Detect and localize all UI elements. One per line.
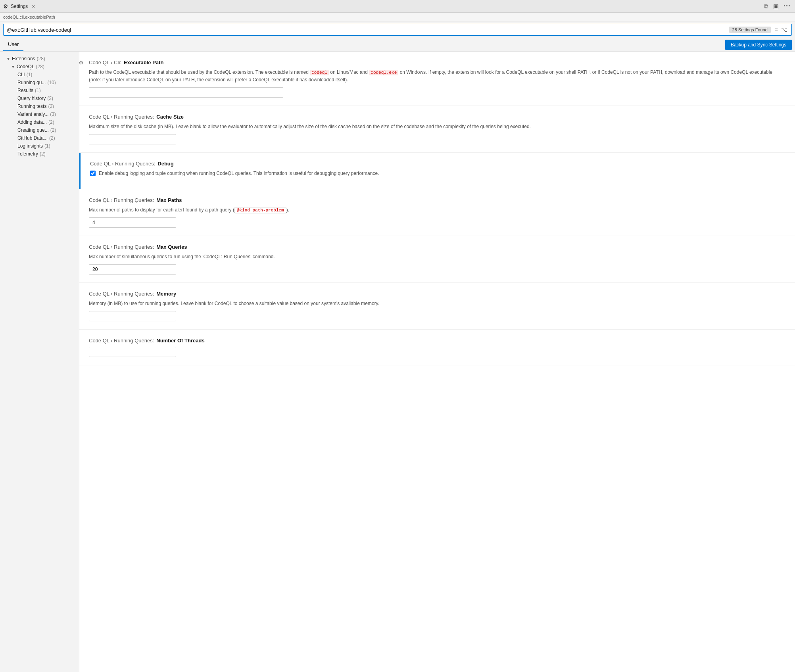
setting-item-max-queries: Code QL › Running Queries: Max Queries M… — [79, 236, 795, 283]
setting-bold-max-paths: Max Paths — [156, 197, 182, 203]
setting-bold-executable-path: Executable Path — [124, 60, 163, 65]
sidebar-item-label-1: CodeQL — [17, 64, 35, 69]
header-icons: ⧉ ▣ ··· — [763, 1, 792, 12]
sidebar-item-count-8: (2) — [48, 119, 54, 125]
sidebar-item-label-11: Log insights — [17, 143, 43, 149]
setting-desc-memory: Memory (in MB) to use for running querie… — [89, 300, 785, 307]
sidebar-item-12[interactable]: Telemetry (2) — [0, 150, 79, 158]
setting-title-num-threads: Code QL › Running Queries: Number Of Thr… — [89, 338, 785, 344]
search-bar: 28 Settings Found ≡ ⌥ — [3, 24, 792, 36]
layout-button[interactable]: ▣ — [772, 2, 780, 11]
settings-count: 28 Settings Found — [729, 27, 771, 33]
setting-desc-max-paths: Max number of paths to display for each … — [89, 206, 785, 214]
sidebar-item-label-9: Creating que... — [17, 127, 49, 133]
gear-icon-executable-path: ⚙ — [79, 60, 84, 66]
setting-prefix-executable-path: Code QL › Cli: — [89, 60, 121, 65]
sidebar-item-label-0: Extensions — [12, 56, 35, 61]
setting-bold-num-threads: Number Of Threads — [156, 338, 204, 344]
sidebar-item-count-5: (2) — [47, 96, 53, 101]
setting-bold-max-queries: Max Queries — [156, 244, 187, 250]
inline-code1-executable-path: codeql — [310, 70, 329, 75]
sidebar-item-4[interactable]: Results (1) — [0, 86, 79, 94]
setting-bold-memory: Memory — [156, 291, 176, 297]
checkbox-debug[interactable] — [90, 171, 96, 176]
setting-prefix-max-paths: Code QL › Running Queries: — [89, 197, 154, 203]
filter-settings-button[interactable]: ⌥ — [780, 26, 788, 34]
sidebar-item-count-0: (28) — [37, 56, 45, 61]
sidebar-item-5[interactable]: Query history (2) — [0, 94, 79, 102]
main-layout: ▼ Extensions (28) ▼ CodeQL (28) CLI (1) … — [0, 52, 795, 672]
sidebar-toggle-0: ▼ — [6, 57, 10, 61]
sidebar-item-1[interactable]: ▼ CodeQL (28) — [0, 63, 79, 71]
sidebar-item-label-7: Variant analy... — [17, 111, 48, 117]
sidebar: ▼ Extensions (28) ▼ CodeQL (28) CLI (1) … — [0, 52, 79, 672]
more-actions-button[interactable]: ··· — [782, 1, 792, 12]
split-editor-button[interactable]: ⧉ — [763, 2, 770, 11]
setting-title-executable-path: Code QL › Cli: Executable Path — [89, 60, 785, 65]
sidebar-item-7[interactable]: Variant analy... (3) — [0, 110, 79, 118]
setting-prefix-num-threads: Code QL › Running Queries: — [89, 338, 154, 344]
sidebar-item-label-6: Running tests — [17, 104, 46, 109]
sidebar-item-count-11: (1) — [44, 143, 50, 149]
sidebar-item-9[interactable]: Creating que... (2) — [0, 126, 79, 134]
setting-prefix-max-queries: Code QL › Running Queries: — [89, 244, 154, 250]
setting-bold-cache-size: Cache Size — [156, 114, 184, 120]
setting-item-executable-path: ⚙ Code QL › Cli: Executable Path Path to… — [79, 52, 795, 106]
close-tab-button[interactable]: × — [30, 2, 36, 10]
sidebar-item-2[interactable]: CLI (1) — [0, 71, 79, 79]
sidebar-item-11[interactable]: Log insights (1) — [0, 142, 79, 150]
checkbox-label-debug: Enable debug logging and tuple counting … — [99, 170, 379, 177]
sidebar-item-count-10: (2) — [49, 135, 55, 141]
inline-code2-executable-path: codeql.exe — [369, 70, 398, 75]
setting-desc-max-queries: Max number of simultaneous queries to ru… — [89, 253, 785, 260]
sidebar-item-10[interactable]: GitHub Data... (2) — [0, 134, 79, 142]
search-actions: ≡ ⌥ — [774, 26, 788, 34]
sidebar-item-count-7: (3) — [50, 111, 56, 117]
sidebar-item-label-4: Results — [17, 88, 33, 93]
sidebar-item-count-2: (1) — [27, 72, 33, 77]
sidebar-item-0[interactable]: ▼ Extensions (28) — [0, 55, 79, 63]
setting-input-max-queries[interactable] — [89, 264, 176, 275]
search-input[interactable] — [7, 27, 726, 33]
setting-input-max-paths[interactable] — [89, 217, 176, 228]
title-bar-left: ⚙ Settings × — [3, 2, 37, 10]
setting-desc-cache-size: Maximum size of the disk cache (in MB). … — [89, 123, 785, 130]
sidebar-item-count-1: (28) — [36, 64, 44, 69]
sidebar-item-count-9: (2) — [50, 127, 56, 133]
setting-title-max-queries: Code QL › Running Queries: Max Queries — [89, 244, 785, 250]
tooltip-bar: codeQL.cli.executablePath — [0, 13, 795, 21]
setting-title-cache-size: Code QL › Running Queries: Cache Size — [89, 114, 785, 120]
checkbox-row-debug: Enable debug logging and tuple counting … — [90, 170, 785, 181]
setting-item-max-paths: Code QL › Running Queries: Max Paths Max… — [79, 189, 795, 236]
tab-user[interactable]: User — [3, 38, 23, 51]
setting-item-num-threads: Code QL › Running Queries: Number Of Thr… — [79, 330, 795, 365]
setting-title-memory: Code QL › Running Queries: Memory — [89, 291, 785, 297]
tabs-bar: User Backup and Sync Settings — [0, 38, 795, 52]
setting-prefix-memory: Code QL › Running Queries: — [89, 291, 154, 297]
setting-item-debug: Code QL › Running Queries: Debug Enable … — [79, 153, 795, 189]
content-area: ⚙ Code QL › Cli: Executable Path Path to… — [79, 52, 795, 672]
sidebar-item-label-2: CLI — [17, 72, 25, 77]
sidebar-toggle-1: ▼ — [11, 65, 15, 69]
sidebar-item-count-3: (10) — [47, 80, 56, 85]
setting-title-max-paths: Code QL › Running Queries: Max Paths — [89, 197, 785, 203]
setting-item-cache-size: Code QL › Running Queries: Cache Size Ma… — [79, 106, 795, 153]
title-bar: ⚙ Settings × ⧉ ▣ ··· — [0, 0, 795, 13]
setting-input-cache-size[interactable] — [89, 134, 176, 144]
sidebar-item-8[interactable]: Adding data... (2) — [0, 118, 79, 126]
sidebar-item-label-8: Adding data... — [17, 119, 47, 125]
setting-input-num-threads[interactable] — [89, 347, 176, 357]
sync-settings-button[interactable]: Backup and Sync Settings — [725, 40, 792, 50]
sidebar-item-count-6: (2) — [48, 104, 54, 109]
sidebar-item-count-4: (1) — [35, 88, 41, 93]
setting-prefix-debug: Code QL › Running Queries: — [90, 161, 155, 167]
sidebar-item-3[interactable]: Running qu... (10) — [0, 79, 79, 86]
sidebar-item-6[interactable]: Running tests (2) — [0, 102, 79, 110]
setting-input-executable-path[interactable] — [89, 87, 283, 98]
setting-input-memory[interactable] — [89, 311, 176, 321]
setting-item-memory: Code QL › Running Queries: Memory Memory… — [79, 283, 795, 330]
sidebar-item-label-10: GitHub Data... — [17, 135, 48, 141]
sort-settings-button[interactable]: ≡ — [774, 26, 779, 34]
tooltip-text: codeQL.cli.executablePath — [3, 15, 55, 19]
setting-bold-debug: Debug — [157, 161, 173, 167]
